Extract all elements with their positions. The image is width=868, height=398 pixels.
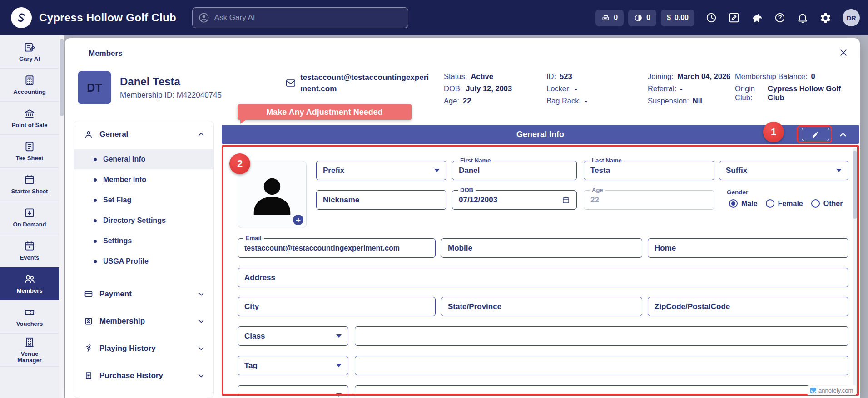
tag-placeholder: Tag [244, 361, 258, 370]
add-photo-button[interactable]: + [292, 214, 304, 226]
gender-option-other[interactable]: Other [811, 199, 843, 208]
sidebar-item-point-of-sale[interactable]: Point of Sale [0, 102, 59, 135]
dog-mascot-icon[interactable] [751, 12, 763, 24]
gender-option-label: Female [778, 200, 803, 208]
sidebar-item-members[interactable]: Members [0, 267, 59, 300]
clock-icon[interactable] [705, 12, 717, 24]
email-field[interactable]: Email testaccount@testaccountingexperime… [238, 238, 436, 258]
calendar-icon[interactable] [562, 196, 570, 204]
form-scrollbar-thumb[interactable] [853, 151, 857, 219]
sidebar-item-accounting[interactable]: Accounting [0, 69, 59, 102]
sidebar-item-events[interactable]: Events [0, 234, 59, 267]
info-label: DOB: [444, 84, 462, 93]
bullet-icon [94, 158, 97, 161]
gender-radio-group: Male Female Other [729, 199, 843, 208]
gender-option-male[interactable]: Male [729, 199, 758, 208]
suffix-select[interactable]: Suffix [719, 161, 848, 180]
class-select[interactable]: Class [238, 326, 348, 346]
sidebar-item-on-demand[interactable]: On Demand [0, 201, 59, 234]
nav-section-membership[interactable]: Membership [74, 313, 213, 330]
gear-icon[interactable] [819, 12, 832, 24]
watermark: annotely.com [807, 385, 856, 395]
sidebar-label: On Demand [13, 221, 46, 228]
gender-option-female[interactable]: Female [766, 199, 803, 208]
chevron-down-icon [434, 169, 440, 172]
nav-section-playing-history[interactable]: Playing History [74, 340, 213, 357]
brand-title: Cypress Hollow Golf Club [39, 11, 176, 24]
nav-item-settings[interactable]: Settings [74, 231, 213, 251]
sidebar-label: Venue Manager [9, 351, 50, 364]
collapse-section-icon[interactable] [838, 130, 848, 140]
nickname-field[interactable]: Nickname [316, 190, 446, 210]
nav-item-general-info[interactable]: General Info [74, 149, 213, 169]
edit-button[interactable] [802, 128, 829, 141]
prefix-select[interactable]: Prefix [316, 161, 446, 180]
gary-avatar-icon [198, 11, 210, 24]
search-bar[interactable] [192, 7, 408, 28]
extra-select[interactable] [238, 385, 348, 398]
first-name-value: Danel [459, 166, 480, 175]
member-photo-placeholder[interactable]: + [238, 161, 307, 228]
nav-section-payment[interactable]: Payment [74, 285, 213, 303]
class-value-field[interactable] [355, 326, 848, 346]
first-name-field[interactable]: First Name Danel [452, 161, 577, 180]
sidebar-label: Tee Sheet [16, 155, 43, 162]
balance-badge[interactable]: $ 0.00 [661, 10, 694, 26]
nav-section-purchase-history[interactable]: Purchase History [74, 367, 213, 384]
nav-section-general[interactable]: General [74, 126, 213, 143]
address-field[interactable]: Address [238, 268, 848, 287]
sidebar-label: Starter Sheet [11, 188, 48, 195]
sidebar-item-starter-sheet[interactable]: Starter Sheet [0, 168, 59, 201]
city-field[interactable]: City [238, 297, 436, 316]
sidebar-item-venue-manager[interactable]: Venue Manager [0, 334, 59, 367]
pos-counter-badge[interactable]: 0 [595, 10, 624, 26]
last-name-field[interactable]: Last Name Testa [584, 161, 714, 180]
page-scrollbar-thumb[interactable] [60, 39, 64, 116]
help-icon[interactable] [774, 12, 786, 24]
radio-icon[interactable] [811, 199, 820, 208]
info-value: 0 [811, 72, 815, 81]
info-value: 523 [560, 72, 572, 81]
info-label: Joining: [648, 72, 674, 81]
tag-select[interactable]: Tag [238, 356, 348, 375]
info-value: July 12, 2003 [466, 84, 512, 93]
zip-field[interactable]: ZipCode/PostalCode [648, 297, 848, 316]
home-field[interactable]: Home [648, 238, 848, 258]
email-value: testaccount@testaccountingexperiment.com [244, 244, 400, 252]
annotely-logo-icon [810, 388, 816, 393]
dob-field[interactable]: DOB 07/12/2003 [452, 190, 577, 210]
close-icon[interactable] [839, 48, 848, 57]
document-icon [24, 141, 35, 152]
sidebar-label: Accounting [13, 89, 46, 95]
nav-item-member-info[interactable]: Member Info [74, 170, 213, 190]
bullet-icon [94, 240, 97, 243]
extra-value-field[interactable] [355, 385, 848, 398]
radio-selected-icon[interactable] [729, 199, 738, 208]
pencil-icon [812, 131, 819, 138]
sidebar-item-vouchers[interactable]: Vouchers [0, 300, 59, 334]
mobile-placeholder: Mobile [448, 244, 472, 253]
radio-icon[interactable] [766, 199, 774, 208]
nav-item-usga-profile[interactable]: USGA Profile [74, 251, 213, 271]
dob-value: 07/12/2003 [459, 196, 497, 205]
tag-value-field[interactable] [355, 356, 848, 375]
nav-section-label: Playing History [99, 344, 156, 353]
calendar-icon [24, 174, 35, 186]
nav-item-directory-settings[interactable]: Directory Settings [74, 211, 213, 231]
nav-item-set-flag[interactable]: Set Flag [74, 190, 213, 210]
bell-icon[interactable] [797, 12, 808, 24]
sidebar-item-tee-sheet[interactable]: Tee Sheet [0, 135, 59, 168]
feedback-icon[interactable] [728, 12, 740, 24]
search-input[interactable] [214, 13, 402, 22]
page-scrollbar[interactable] [59, 35, 64, 398]
form-scrollbar[interactable] [853, 148, 857, 395]
info-value: - [585, 96, 587, 105]
contrast-counter-badge[interactable]: 0 [628, 10, 656, 26]
chevron-down-icon [336, 334, 342, 338]
bullet-icon [94, 178, 97, 182]
user-avatar[interactable]: DR [843, 9, 860, 26]
state-field[interactable]: State/Province [441, 297, 642, 316]
mobile-field[interactable]: Mobile [441, 238, 642, 258]
sidebar-item-gary-ai[interactable]: Gary AI [0, 35, 59, 69]
nav-item-label: General Info [103, 155, 145, 163]
